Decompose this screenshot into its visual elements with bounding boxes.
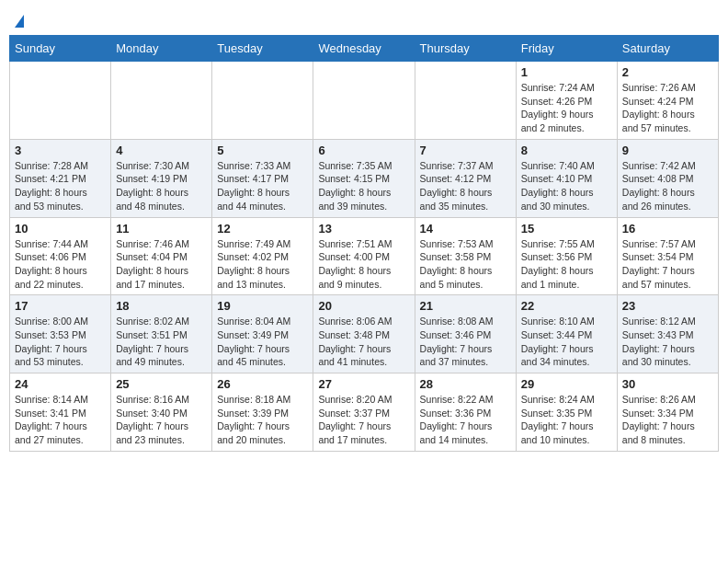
calendar-body: 1Sunrise: 7:24 AM Sunset: 4:26 PM Daylig… [10, 62, 719, 452]
calendar-cell: 19Sunrise: 8:04 AM Sunset: 3:49 PM Dayli… [212, 295, 313, 373]
day-info: Sunrise: 7:40 AM Sunset: 4:10 PM Dayligh… [521, 159, 612, 213]
day-info: Sunrise: 7:44 AM Sunset: 4:06 PM Dayligh… [15, 237, 106, 292]
day-info: Sunrise: 7:55 AM Sunset: 3:56 PM Dayligh… [521, 237, 612, 292]
calendar-cell: 3Sunrise: 7:28 AM Sunset: 4:21 PM Daylig… [10, 139, 111, 217]
week-row-4: 24Sunrise: 8:14 AM Sunset: 3:41 PM Dayli… [10, 373, 719, 452]
day-info: Sunrise: 8:26 AM Sunset: 3:34 PM Dayligh… [622, 393, 713, 447]
day-info: Sunrise: 8:10 AM Sunset: 3:44 PM Dayligh… [521, 315, 612, 369]
header-day-monday: Monday [111, 36, 212, 62]
day-number: 4 [116, 144, 207, 157]
day-info: Sunrise: 7:24 AM Sunset: 4:26 PM Dayligh… [521, 81, 612, 135]
header-day-friday: Friday [516, 36, 617, 62]
day-info: Sunrise: 7:30 AM Sunset: 4:19 PM Dayligh… [116, 159, 207, 213]
header-day-tuesday: Tuesday [212, 36, 313, 62]
day-number: 8 [521, 144, 612, 157]
day-info: Sunrise: 8:00 AM Sunset: 3:53 PM Dayligh… [15, 315, 106, 369]
day-number: 15 [521, 222, 612, 236]
day-number: 26 [217, 377, 308, 391]
calendar-cell [313, 62, 415, 140]
day-number: 18 [116, 299, 207, 313]
day-number: 3 [15, 144, 106, 157]
logo-triangle-icon [15, 15, 24, 28]
day-info: Sunrise: 8:12 AM Sunset: 3:43 PM Dayligh… [622, 315, 713, 369]
day-number: 23 [622, 299, 713, 313]
day-info: Sunrise: 7:37 AM Sunset: 4:12 PM Dayligh… [420, 159, 511, 213]
calendar-cell: 15Sunrise: 7:55 AM Sunset: 3:56 PM Dayli… [516, 217, 617, 295]
day-number: 28 [420, 377, 511, 391]
calendar-cell: 18Sunrise: 8:02 AM Sunset: 3:51 PM Dayli… [111, 295, 212, 373]
day-number: 19 [217, 299, 308, 313]
week-row-2: 10Sunrise: 7:44 AM Sunset: 4:06 PM Dayli… [10, 217, 719, 295]
day-info: Sunrise: 7:28 AM Sunset: 4:21 PM Dayligh… [15, 159, 106, 213]
day-info: Sunrise: 7:42 AM Sunset: 4:08 PM Dayligh… [622, 159, 713, 213]
calendar-cell: 22Sunrise: 8:10 AM Sunset: 3:44 PM Dayli… [516, 295, 617, 373]
calendar-cell: 24Sunrise: 8:14 AM Sunset: 3:41 PM Dayli… [10, 373, 111, 452]
calendar-header: SundayMondayTuesdayWednesdayThursdayFrid… [10, 36, 719, 62]
day-number: 14 [420, 222, 511, 236]
calendar-cell: 10Sunrise: 7:44 AM Sunset: 4:06 PM Dayli… [10, 217, 111, 295]
calendar-cell: 2Sunrise: 7:26 AM Sunset: 4:24 PM Daylig… [617, 62, 718, 140]
calendar-cell [111, 62, 212, 140]
calendar-cell: 13Sunrise: 7:51 AM Sunset: 4:00 PM Dayli… [313, 217, 415, 295]
day-number: 2 [622, 65, 713, 79]
day-info: Sunrise: 8:20 AM Sunset: 3:37 PM Dayligh… [318, 393, 409, 447]
day-number: 1 [521, 65, 612, 79]
day-number: 22 [521, 299, 612, 313]
calendar-cell: 20Sunrise: 8:06 AM Sunset: 3:48 PM Dayli… [313, 295, 415, 373]
calendar-cell: 21Sunrise: 8:08 AM Sunset: 3:46 PM Dayli… [415, 295, 516, 373]
day-number: 20 [318, 299, 409, 313]
day-number: 11 [116, 222, 207, 236]
calendar-cell: 8Sunrise: 7:40 AM Sunset: 4:10 PM Daylig… [516, 139, 617, 217]
day-info: Sunrise: 7:26 AM Sunset: 4:24 PM Dayligh… [622, 81, 713, 135]
calendar-cell: 12Sunrise: 7:49 AM Sunset: 4:02 PM Dayli… [212, 217, 313, 295]
week-row-1: 3Sunrise: 7:28 AM Sunset: 4:21 PM Daylig… [10, 139, 719, 217]
day-number: 12 [217, 222, 308, 236]
day-number: 21 [420, 299, 511, 313]
calendar-cell: 14Sunrise: 7:53 AM Sunset: 3:58 PM Dayli… [415, 217, 516, 295]
calendar-table: SundayMondayTuesdayWednesdayThursdayFrid… [9, 35, 719, 452]
calendar-cell [415, 62, 516, 140]
day-number: 25 [116, 377, 207, 391]
calendar-cell: 23Sunrise: 8:12 AM Sunset: 3:43 PM Dayli… [617, 295, 718, 373]
day-info: Sunrise: 8:18 AM Sunset: 3:39 PM Dayligh… [217, 393, 308, 447]
day-number: 17 [15, 299, 106, 313]
day-number: 9 [622, 144, 713, 157]
logo [13, 15, 24, 28]
day-number: 13 [318, 222, 409, 236]
day-info: Sunrise: 7:53 AM Sunset: 3:58 PM Dayligh… [420, 237, 511, 292]
day-number: 6 [318, 144, 409, 157]
calendar-cell: 16Sunrise: 7:57 AM Sunset: 3:54 PM Dayli… [617, 217, 718, 295]
day-info: Sunrise: 8:16 AM Sunset: 3:40 PM Dayligh… [116, 393, 207, 447]
day-info: Sunrise: 8:04 AM Sunset: 3:49 PM Dayligh… [217, 315, 308, 369]
calendar-cell: 11Sunrise: 7:46 AM Sunset: 4:04 PM Dayli… [111, 217, 212, 295]
day-number: 16 [622, 222, 713, 236]
day-info: Sunrise: 7:33 AM Sunset: 4:17 PM Dayligh… [217, 159, 308, 213]
calendar-cell: 29Sunrise: 8:24 AM Sunset: 3:35 PM Dayli… [516, 373, 617, 452]
day-info: Sunrise: 7:49 AM Sunset: 4:02 PM Dayligh… [217, 237, 308, 292]
calendar-cell [212, 62, 313, 140]
day-info: Sunrise: 7:57 AM Sunset: 3:54 PM Dayligh… [622, 237, 713, 292]
day-info: Sunrise: 7:46 AM Sunset: 4:04 PM Dayligh… [116, 237, 207, 292]
calendar-cell: 6Sunrise: 7:35 AM Sunset: 4:15 PM Daylig… [313, 139, 415, 217]
calendar-cell: 30Sunrise: 8:26 AM Sunset: 3:34 PM Dayli… [617, 373, 718, 452]
day-number: 30 [622, 377, 713, 391]
day-info: Sunrise: 8:14 AM Sunset: 3:41 PM Dayligh… [15, 393, 106, 447]
header-row: SundayMondayTuesdayWednesdayThursdayFrid… [10, 36, 719, 62]
calendar-cell: 4Sunrise: 7:30 AM Sunset: 4:19 PM Daylig… [111, 139, 212, 217]
calendar-cell: 17Sunrise: 8:00 AM Sunset: 3:53 PM Dayli… [10, 295, 111, 373]
week-row-3: 17Sunrise: 8:00 AM Sunset: 3:53 PM Dayli… [10, 295, 719, 373]
calendar-cell: 25Sunrise: 8:16 AM Sunset: 3:40 PM Dayli… [111, 373, 212, 452]
calendar-cell: 5Sunrise: 7:33 AM Sunset: 4:17 PM Daylig… [212, 139, 313, 217]
calendar-cell [10, 62, 111, 140]
header-day-saturday: Saturday [617, 36, 718, 62]
calendar-cell: 26Sunrise: 8:18 AM Sunset: 3:39 PM Dayli… [212, 373, 313, 452]
calendar-cell: 27Sunrise: 8:20 AM Sunset: 3:37 PM Dayli… [313, 373, 415, 452]
day-number: 7 [420, 144, 511, 157]
header [9, 9, 719, 28]
day-info: Sunrise: 8:02 AM Sunset: 3:51 PM Dayligh… [116, 315, 207, 369]
day-number: 5 [217, 144, 308, 157]
day-number: 27 [318, 377, 409, 391]
day-info: Sunrise: 7:51 AM Sunset: 4:00 PM Dayligh… [318, 237, 409, 292]
day-info: Sunrise: 8:06 AM Sunset: 3:48 PM Dayligh… [318, 315, 409, 369]
day-info: Sunrise: 8:24 AM Sunset: 3:35 PM Dayligh… [521, 393, 612, 447]
